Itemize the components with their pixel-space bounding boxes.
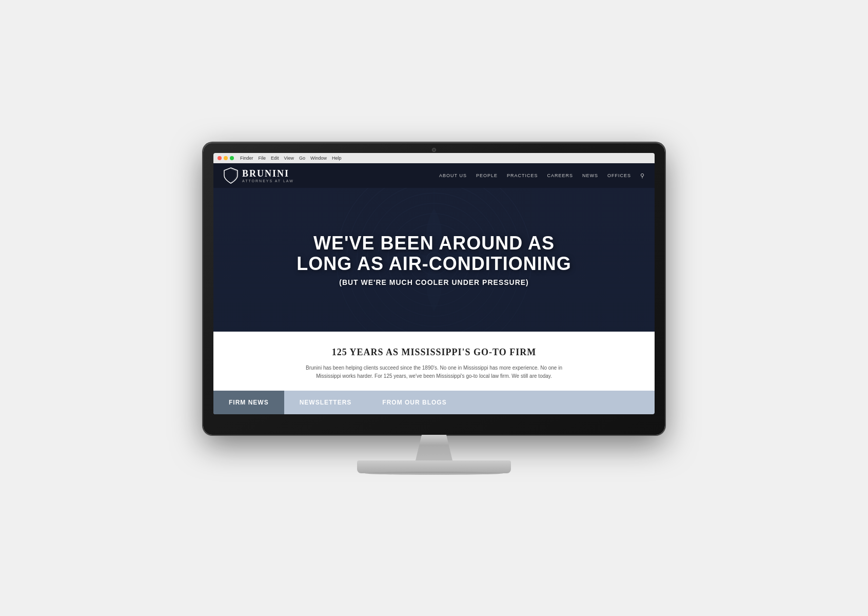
- nav-people[interactable]: People: [476, 173, 498, 178]
- monitor-wrapper: Finder File Edit View Go Window Help: [203, 143, 665, 473]
- hero-content: We've Been Around As Long As Air-Conditi…: [276, 233, 591, 286]
- nav-practices[interactable]: Practices: [507, 173, 538, 178]
- hero-title: We've Been Around As Long As Air-Conditi…: [297, 233, 571, 274]
- hero-section: We've Been Around As Long As Air-Conditi…: [213, 188, 655, 332]
- monitor-bezel: Finder File Edit View Go Window Help: [203, 143, 665, 435]
- menu-view[interactable]: View: [284, 156, 294, 161]
- info-paragraph: Brunini has been helping clients succeed…: [306, 364, 562, 380]
- close-dot[interactable]: [218, 156, 222, 160]
- nav-offices[interactable]: Offices: [607, 173, 631, 178]
- search-icon[interactable]: ⚲: [640, 172, 644, 179]
- menu-edit[interactable]: Edit: [271, 156, 279, 161]
- tab-newsletters[interactable]: Newsletters: [284, 391, 367, 414]
- logo-area: Brunini Attorneys at Law: [224, 167, 294, 184]
- tab-firm-news[interactable]: Firm News: [213, 391, 284, 414]
- website: Brunini Attorneys at Law About Us People…: [213, 163, 655, 414]
- hero-title-line1: We've Been Around As: [313, 233, 555, 254]
- hero-subtitle: (But We're Much Cooler Under Pressure): [297, 278, 571, 286]
- tab-from-our-blogs[interactable]: From Our Blogs: [367, 391, 462, 414]
- stand-base: [357, 460, 511, 473]
- menu-help[interactable]: Help: [332, 156, 342, 161]
- menu-go[interactable]: Go: [299, 156, 305, 161]
- logo-subtitle: Attorneys at Law: [242, 179, 294, 183]
- nav-news[interactable]: News: [582, 173, 598, 178]
- menu-window[interactable]: Window: [310, 156, 327, 161]
- menu-file[interactable]: File: [259, 156, 266, 161]
- menu-finder[interactable]: Finder: [240, 156, 253, 161]
- nav-links: About Us People Practices Careers News O…: [439, 172, 644, 179]
- maximize-dot[interactable]: [230, 156, 234, 160]
- screen: Finder File Edit View Go Window Help: [213, 153, 655, 414]
- tabs-section: Firm News Newsletters From Our Blogs: [213, 391, 655, 414]
- logo-text: Brunini Attorneys at Law: [242, 168, 294, 183]
- nav-about[interactable]: About Us: [439, 173, 467, 178]
- hero-title-line2: Long As Air-Conditioning: [297, 253, 571, 274]
- mac-menu: Finder File Edit View Go Window Help: [240, 156, 341, 161]
- logo-shield-icon: [224, 167, 238, 184]
- info-title: 125 Years As Mississippi's Go-To Firm: [234, 347, 634, 358]
- mac-dots: [218, 156, 234, 160]
- mac-bar: Finder File Edit View Go Window Help: [213, 153, 655, 163]
- minimize-dot[interactable]: [224, 156, 228, 160]
- nav: Brunini Attorneys at Law About Us People…: [213, 163, 655, 188]
- stand-neck: [403, 435, 465, 460]
- monitor-stand: [357, 435, 511, 473]
- logo-name[interactable]: Brunini: [242, 168, 294, 179]
- nav-careers[interactable]: Careers: [547, 173, 573, 178]
- info-section: 125 Years As Mississippi's Go-To Firm Br…: [213, 332, 655, 391]
